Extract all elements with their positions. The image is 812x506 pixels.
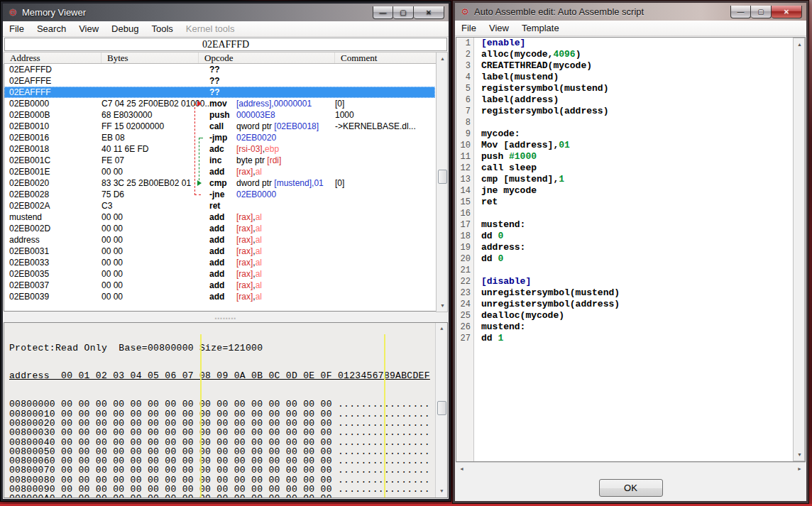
script-line[interactable]: 2alloc(mycode,4096)	[456, 49, 793, 60]
maximize-button[interactable]: ▢	[751, 6, 772, 18]
disasm-row[interactable]: 02EB0016EB 08-jmp02EB0020	[4, 132, 435, 143]
script-line[interactable]: 27dd 1	[456, 333, 793, 344]
scrollbar-thumb[interactable]	[438, 170, 447, 184]
menu-template[interactable]: Template	[515, 23, 566, 33]
menu-view[interactable]: View	[72, 23, 105, 34]
disasm-row[interactable]: 02EB002AC3ret	[4, 200, 435, 211]
disasm-row[interactable]: 02EB0010FF 15 02000000callqword ptr [02E…	[4, 121, 435, 132]
scrollbar-thumb[interactable]	[437, 401, 446, 415]
maximize-button[interactable]: ▢	[393, 6, 414, 19]
memory-viewer-titlebar[interactable]: ⚙ Memory Viewer — ▢ ✕	[3, 4, 449, 21]
script-line[interactable]: 24unregistersymbol(address)	[456, 299, 793, 310]
close-button[interactable]: ✕	[772, 6, 802, 18]
disasm-row[interactable]: 02EB003500 00add[rax],al	[4, 268, 435, 280]
disasm-row-selected[interactable]: 02EAFFFF??	[4, 87, 435, 98]
editor-hscrollbar[interactable]: ◄ ►	[456, 462, 806, 474]
script-line[interactable]: 1[enable]	[456, 38, 793, 49]
hex-row[interactable]: 00800020 00 00 00 00 00 00 00 00 00 00 0…	[9, 419, 447, 428]
disassembly-scrollbar[interactable]: ▲ ▼	[436, 52, 448, 312]
disasm-row[interactable]: 02EAFFFD??	[4, 64, 435, 75]
hex-row[interactable]: 00800040 00 00 00 00 00 00 00 00 00 00 0…	[9, 438, 447, 447]
hex-row[interactable]: 00800050 00 00 00 00 00 00 00 00 00 00 0…	[9, 447, 447, 456]
minimize-button[interactable]: —	[730, 6, 751, 18]
disasm-row[interactable]: mustend00 00add[rax],al	[4, 211, 435, 223]
disasm-row[interactable]: 02EB001840 11 6E FDadc[rsi-03],ebp	[4, 143, 435, 155]
script-line[interactable]: 26mustend:	[456, 321, 793, 333]
script-line[interactable]: 18dd 0	[456, 231, 793, 242]
disasm-row[interactable]: address00 00add[rax],al	[4, 234, 435, 246]
script-line[interactable]: 21	[456, 265, 793, 276]
hex-row[interactable]: 00800000 00 00 00 00 00 00 00 00 00 00 0…	[9, 400, 447, 409]
disasm-row[interactable]: 02EB003300 00add[rax],al	[4, 257, 435, 268]
scroll-down-icon[interactable]: ▼	[437, 299, 449, 312]
menu-file[interactable]: File	[3, 23, 31, 34]
disasm-row[interactable]: 02EB002D00 00add[rax],al	[4, 223, 435, 234]
menu-debug[interactable]: Debug	[105, 23, 145, 34]
script-line[interactable]: 11push #1000	[456, 151, 793, 163]
script-line[interactable]: 15ret	[456, 197, 793, 208]
hex-view-pane[interactable]: Protect:Read Only Base=00800000 Size=121…	[4, 322, 448, 498]
disasm-row[interactable]: 02EB001E00 00add[rax],al	[4, 166, 435, 177]
script-line[interactable]: 25dealloc(mycode)	[456, 310, 793, 321]
disasm-row[interactable]: 02EB003100 00add[rax],al	[4, 246, 435, 257]
auto-assemble-titlebar[interactable]: ⚙ Auto Assemble edit: Auto Assemble scri…	[455, 3, 806, 21]
disasm-row[interactable]: 02EB001CFE 07incbyte ptr [rdi]	[4, 155, 435, 166]
disasm-row[interactable]: 02EB002875 D6-jne02EB0000	[4, 189, 435, 200]
script-line[interactable]: 10Mov [address],01	[456, 140, 793, 151]
disasm-row[interactable]: 02EB0000C7 04 25 2F00EB02 01000..mov[add…	[4, 98, 435, 109]
hex-row[interactable]: 00800070 00 00 00 00 00 00 00 00 00 00 0…	[9, 466, 447, 475]
script-line[interactable]: 20dd 0	[456, 253, 793, 265]
disasm-row[interactable]: 02EB003900 00add[rax],al	[4, 291, 435, 302]
script-line[interactable]: 17mustend:	[456, 219, 793, 231]
script-line[interactable]: 13cmp [mustend],1	[456, 174, 793, 185]
menu-file[interactable]: File	[455, 23, 483, 33]
column-comment[interactable]: Comment	[335, 53, 435, 63]
scroll-down-icon[interactable]: ▼	[436, 485, 448, 497]
script-line[interactable]: 22[disable]	[456, 276, 793, 287]
scroll-left-icon[interactable]: ◄	[456, 463, 468, 475]
hex-row[interactable]: 00800060 00 00 00 00 00 00 00 00 00 00 0…	[9, 456, 447, 466]
hex-row[interactable]: 00800090 00 00 00 00 00 00 00 00 00 00 0…	[9, 485, 447, 494]
disasm-row[interactable]: 02EAFFFE??	[4, 75, 435, 87]
script-line[interactable]: 16	[456, 208, 793, 219]
disassembly-list[interactable]: 02EAFFFD??02EAFFFE??02EAFFFF??02EB0000C7…	[4, 64, 448, 312]
pane-splitter[interactable]: ▪▪▪▪▪▪▪▪	[3, 312, 449, 322]
script-line[interactable]: 3CREATETHREAD(mycode)	[456, 60, 793, 72]
hex-row[interactable]: 00800080 00 00 00 00 00 00 00 00 00 00 0…	[9, 475, 447, 485]
hex-row[interactable]: 00800010 00 00 00 00 00 00 00 00 00 00 0…	[9, 409, 447, 419]
disasm-row[interactable]: 02EB002083 3C 25 2B00EB02 01cmpdword ptr…	[4, 177, 435, 189]
script-editor[interactable]: 1[enable]2alloc(mycode,4096)3CREATETHREA…	[456, 37, 806, 462]
script-line[interactable]: 9mycode:	[456, 128, 793, 140]
hex-row[interactable]: 008000A0 00 00 00 00 00 00 00 00 00 00 0…	[9, 494, 447, 498]
scroll-up-icon[interactable]: ▲	[437, 53, 449, 65]
minimize-button[interactable]: —	[373, 6, 393, 19]
script-line[interactable]: 8	[456, 117, 793, 128]
script-line[interactable]: 5registersymbol(mustend)	[456, 83, 793, 94]
hex-row[interactable]: 00800030 00 00 00 00 00 00 00 00 00 00 0…	[9, 428, 447, 437]
menu-tools[interactable]: Tools	[145, 23, 179, 34]
script-line[interactable]: 19address:	[456, 242, 793, 253]
script-line[interactable]: 7registersymbol(address)	[456, 106, 793, 117]
disasm-row[interactable]: 02EB000B68 E8030000push000003E81000	[4, 109, 435, 121]
editor-vscrollbar[interactable]: ▲ ▼	[793, 38, 805, 461]
script-line[interactable]: 12call sleep	[456, 163, 793, 174]
column-bytes[interactable]: Bytes	[102, 53, 199, 63]
script-line[interactable]: 4label(mustend)	[456, 72, 793, 83]
script-line[interactable]: 14jne mycode	[456, 185, 793, 197]
disasm-comment: 1000	[335, 109, 435, 121]
menu-search[interactable]: Search	[31, 23, 72, 34]
menu-view[interactable]: View	[483, 23, 515, 33]
address-field[interactable]: 02EAFFFD	[4, 38, 447, 51]
column-address[interactable]: Address	[4, 53, 102, 63]
disasm-row[interactable]: 02EB003700 00add[rax],al	[4, 280, 435, 291]
column-opcode[interactable]: Opcode	[199, 53, 335, 63]
scroll-up-icon[interactable]: ▲	[436, 323, 448, 335]
scroll-down-icon[interactable]: ▼	[794, 449, 806, 461]
ok-button[interactable]: OK	[599, 479, 663, 497]
script-line[interactable]: 23unregistersymbol(mustend)	[456, 287, 793, 299]
hex-scrollbar[interactable]: ▲ ▼	[435, 323, 447, 497]
scroll-right-icon[interactable]: ►	[794, 463, 806, 475]
scroll-up-icon[interactable]: ▲	[794, 38, 806, 50]
close-button[interactable]: ✕	[414, 6, 444, 19]
script-line[interactable]: 6label(address)	[456, 94, 793, 106]
